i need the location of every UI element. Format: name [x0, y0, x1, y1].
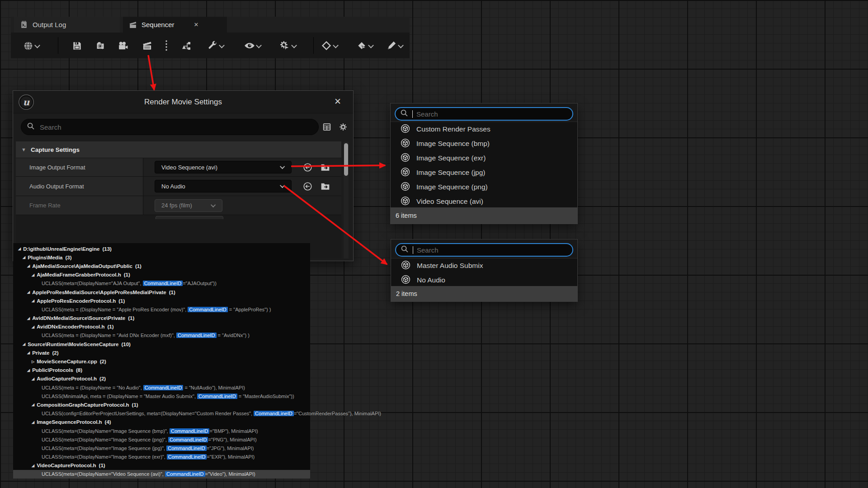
popup2-search-placeholder: Search	[417, 246, 439, 254]
tree-folder-row[interactable]: ◢ImageSequenceProtocol.h(4)	[13, 418, 310, 427]
expanded-triangle-icon[interactable]: ◢	[32, 420, 34, 424]
search-result-row[interactable]: UCLASS(meta=(DisplayName="Image Sequence…	[13, 444, 310, 452]
browse-folder-icon[interactable]	[320, 162, 330, 173]
search-result-row[interactable]: UCLASS(config=EditorPerProjectUserSettin…	[13, 409, 310, 418]
dropdown-option-image-sequence-exr-[interactable]: Image Sequence (exr)	[391, 151, 577, 165]
search-result-row[interactable]: UCLASS(meta=(DisplayName="Image Sequence…	[13, 453, 310, 461]
section-collapse-triangle-icon[interactable]: ▼	[21, 147, 26, 152]
dialog-titlebar[interactable]: u Render Movie Settings ✕	[13, 91, 353, 113]
tab-output-log[interactable]: Output Log	[14, 17, 120, 33]
search-result-row[interactable]: UCLASS(meta = (DisplayName = "No Audio",…	[13, 383, 310, 392]
dropdown-option-image-sequence-jpg-[interactable]: Image Sequence (jpg)	[391, 165, 577, 180]
expanded-triangle-icon[interactable]: ◢	[32, 325, 34, 329]
dropdown-audio-output-format[interactable]: No Audio	[155, 180, 292, 192]
expanded-triangle-icon[interactable]: ◢	[32, 299, 34, 303]
search-result-row[interactable]: UCLASS(MinimalApi, meta = (DisplayName =…	[13, 392, 310, 400]
expanded-triangle-icon[interactable]: ◢	[32, 464, 34, 468]
dropdown-selected-value: Video Sequence (avi)	[161, 164, 217, 171]
toolbar-button-hierarchy[interactable]	[180, 39, 193, 52]
expanded-triangle-icon[interactable]: ◢	[27, 264, 30, 268]
chevron-down-icon[interactable]	[333, 42, 339, 48]
expanded-triangle-icon[interactable]: ◢	[32, 273, 34, 277]
toolbar-button-movie-camera[interactable]	[116, 39, 129, 52]
toolbar-button-curve-pen[interactable]	[385, 39, 398, 52]
dropdown-option-custom-render-passes[interactable]: Custom Render Passes	[391, 122, 577, 136]
dropdown-option-image-sequence-bmp-[interactable]: Image Sequence (bmp)	[391, 136, 577, 151]
details-view-options-icon[interactable]	[321, 122, 332, 132]
tree-file-row[interactable]: ▷MovieSceneCapture.cpp(2)	[13, 357, 310, 366]
use-selected-icon[interactable]	[302, 181, 313, 192]
image-output-format-dropdown-popup: Search Custom Render PassesImage Sequenc…	[390, 103, 578, 224]
tree-folder-row[interactable]: ◢AvidDNxEncoderProtocol.h(1)	[13, 323, 310, 331]
tree-folder-row[interactable]: ◢CompositionGraphCaptureProtocol.h(1)	[13, 400, 310, 409]
class-cube-icon	[400, 167, 410, 179]
class-cube-icon	[401, 260, 411, 272]
dialog-scrollbar[interactable]	[344, 142, 349, 258]
dropdown-option-image-sequence-png-[interactable]: Image Sequence (png)	[391, 180, 577, 194]
expanded-triangle-icon[interactable]: ◢	[27, 290, 30, 294]
toolbar-button-camera-find[interactable]	[94, 39, 107, 52]
settings-search-input[interactable]: Search	[21, 119, 319, 135]
chevron-down-icon[interactable]	[368, 42, 374, 48]
toolbar-button-keyframe-diamond[interactable]	[320, 39, 333, 52]
toolbar-button-autokey-diamond[interactable]	[355, 39, 368, 52]
search-result-row[interactable]: UCLASS(meta=(DisplayName="AJA Output", C…	[13, 279, 310, 288]
popup2-search-input[interactable]: Search	[395, 243, 573, 257]
tree-folder-row[interactable]: ◢VideoCaptureProtocol.h(1)	[13, 461, 310, 470]
expanded-triangle-icon[interactable]: ◢	[27, 351, 30, 355]
tree-folder-row[interactable]: ◢AjaMediaFrameGrabberProtocol.h(1)	[13, 271, 310, 279]
tree-folder-row[interactable]: ◢Plugins\Media(3)	[13, 253, 310, 262]
tree-folder-row[interactable]: ◢AppleProResMedia\Source\AppleProResMedi…	[13, 288, 310, 296]
search-result-row[interactable]: UCLASS(meta=(DisplayName="Image Sequence…	[13, 427, 310, 435]
expanded-triangle-icon[interactable]: ◢	[18, 247, 21, 251]
search-result-row-selected[interactable]: UCLASS(meta=(DisplayName="Video Sequence…	[13, 470, 310, 479]
dropdown-option-master-audio-submix[interactable]: Master Audio Submix	[391, 258, 577, 273]
chevron-down-icon[interactable]	[291, 42, 297, 48]
tree-folder-row[interactable]: ◢Source\Runtime\MovieSceneCapture(10)	[13, 340, 310, 348]
chevron-down-icon[interactable]	[256, 42, 262, 48]
tree-folder-row[interactable]: ◢Private(2)	[13, 348, 310, 357]
chevron-down-icon[interactable]	[398, 42, 404, 48]
option-label: No Audio	[417, 276, 445, 284]
expanded-triangle-icon[interactable]: ◢	[27, 368, 30, 372]
expanded-triangle-icon[interactable]: ◢	[23, 255, 25, 259]
tree-folder-row[interactable]: ◢AppleProResEncoderProtocol.h(1)	[13, 296, 310, 305]
toolbar-button-render-movie-clapperboard[interactable]	[141, 39, 153, 52]
chevron-down-icon[interactable]	[34, 42, 40, 48]
expanded-triangle-icon[interactable]: ◢	[27, 316, 30, 320]
toolbar-button-wrench[interactable]	[206, 39, 219, 52]
dialog-close-icon[interactable]: ✕	[334, 96, 341, 107]
scrollbar-thumb[interactable]	[344, 143, 348, 176]
tree-folder-row[interactable]: ◢Public\Protocols(8)	[13, 366, 310, 375]
toolbar-button-eye[interactable]	[243, 39, 256, 52]
dropdown-image-output-format[interactable]: Video Sequence (avi)	[155, 161, 292, 174]
search-result-row[interactable]: UCLASS(meta=(DisplayName="Image Sequence…	[13, 435, 310, 444]
tree-folder-row[interactable]: ◢AudioCaptureProtocol.h(2)	[13, 375, 310, 383]
tree-folder-row[interactable]: ◢D:\github\UnrealEngine\Engine(13)	[13, 244, 310, 253]
tree-row-label: Source\Runtime\MovieSceneCapture	[28, 342, 118, 347]
toolbar-button-playback-gear[interactable]	[278, 39, 291, 52]
search-result-row[interactable]: UCLASS(meta = (DisplayName = "Apple ProR…	[13, 305, 310, 314]
expanded-triangle-icon[interactable]: ◢	[32, 403, 34, 407]
dropdown-option-video-sequence-avi-[interactable]: Video Sequence (avi)	[391, 194, 577, 209]
browse-folder-icon[interactable]	[320, 181, 330, 192]
tree-folder-row[interactable]: ◢AjaMedia\Source\AjaMediaOutput\Public(1…	[13, 262, 310, 270]
toolbar-button-more-dots[interactable]	[160, 39, 173, 52]
tree-folder-row[interactable]: ◢AvidDNxMedia\Source\Source\Private(1)	[13, 314, 310, 323]
expanded-triangle-icon[interactable]: ◢	[32, 377, 34, 381]
expanded-triangle-icon[interactable]: ◢	[23, 342, 25, 346]
search-result-row[interactable]: UCLASS(meta = (DisplayName = "Avid DNx E…	[13, 331, 310, 340]
match-count: (8)	[76, 367, 82, 373]
search-match-highlight: CommandLineID	[166, 446, 207, 451]
capture-settings-section-header[interactable]: ▼ Capture Settings	[16, 141, 341, 158]
use-selected-icon[interactable]	[302, 162, 313, 173]
tab-sequencer[interactable]: Sequencer ✕	[123, 17, 227, 33]
collapsed-triangle-icon[interactable]: ▷	[32, 360, 34, 364]
chevron-down-icon[interactable]	[219, 42, 225, 48]
popup1-search-input[interactable]: Search	[395, 107, 573, 121]
tab-close-icon[interactable]: ✕	[194, 21, 199, 28]
toolbar-button-world[interactable]	[22, 39, 34, 52]
toolbar-button-save[interactable]	[71, 39, 83, 52]
settings-gear-icon[interactable]	[338, 122, 349, 132]
dropdown-option-no-audio[interactable]: No Audio	[391, 273, 577, 287]
